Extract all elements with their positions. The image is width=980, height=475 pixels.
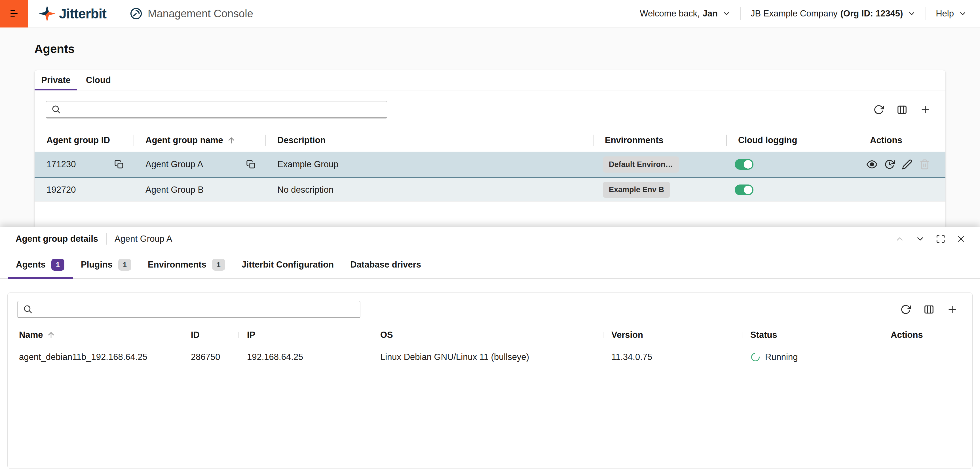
menu-button[interactable] bbox=[0, 0, 29, 27]
cell-cloud-logging bbox=[726, 152, 858, 177]
tab-agents-badge: 1 bbox=[51, 259, 64, 271]
col-id[interactable]: ID bbox=[182, 326, 239, 344]
cell-agent-ip: 192.168.64.25 bbox=[239, 344, 372, 370]
tab-private[interactable]: Private bbox=[35, 70, 77, 90]
cell-id: 171230 bbox=[35, 152, 134, 177]
brand: Jitterbit bbox=[38, 5, 107, 23]
welcome-text: Welcome back, bbox=[640, 8, 700, 19]
page-title: Agents bbox=[34, 42, 980, 56]
gauge-icon bbox=[130, 7, 143, 20]
col-os[interactable]: OS bbox=[372, 326, 603, 344]
search-input[interactable] bbox=[37, 302, 355, 317]
jitterbit-logo-icon bbox=[38, 5, 56, 23]
help-label: Help bbox=[936, 8, 954, 19]
close-button[interactable] bbox=[956, 234, 966, 244]
delete-button[interactable] bbox=[919, 159, 930, 170]
cell-description: No description bbox=[266, 178, 593, 201]
search-input[interactable] bbox=[65, 102, 382, 117]
col-agent-group-name-label: Agent group name bbox=[145, 135, 223, 145]
user-name: Jan bbox=[703, 8, 718, 19]
col-cloud-logging[interactable]: Cloud logging bbox=[726, 129, 858, 152]
environment-chip[interactable]: Example Env B bbox=[603, 182, 670, 198]
plus-icon bbox=[920, 104, 931, 115]
add-agent-button[interactable] bbox=[947, 304, 958, 315]
cell-environments: Default Environ… bbox=[593, 152, 726, 177]
copy-id-button[interactable] bbox=[114, 160, 124, 169]
columns-icon bbox=[924, 304, 934, 315]
pencil-icon bbox=[902, 159, 913, 170]
console-name: Management Console bbox=[148, 8, 253, 20]
tab-plugins[interactable]: Plugins 1 bbox=[73, 251, 140, 278]
user-menu[interactable]: Welcome back, Jan bbox=[640, 8, 731, 19]
col-description[interactable]: Description bbox=[266, 129, 593, 152]
previous-row-button[interactable] bbox=[895, 234, 905, 244]
fullscreen-button[interactable] bbox=[936, 234, 945, 244]
tab-environments[interactable]: Environments 1 bbox=[140, 251, 234, 278]
col-agent-group-name[interactable]: Agent group name bbox=[134, 129, 266, 152]
tab-cloud[interactable]: Cloud bbox=[77, 70, 120, 90]
col-ip[interactable]: IP bbox=[239, 326, 372, 344]
table-tools bbox=[900, 304, 958, 315]
refresh-button[interactable] bbox=[900, 304, 911, 315]
tab-environments-badge: 1 bbox=[212, 259, 225, 271]
col-agent-group-id[interactable]: Agent group ID bbox=[35, 129, 134, 152]
details-panel-controls bbox=[895, 234, 980, 244]
cloud-logging-toggle[interactable] bbox=[735, 184, 753, 195]
col-status[interactable]: Status bbox=[742, 326, 882, 344]
table-row-agent-group-b[interactable]: 192720 Agent Group B No description Exam… bbox=[35, 178, 945, 202]
cell-name: Agent Group B bbox=[134, 178, 266, 201]
cell-description: Example Group bbox=[266, 152, 593, 177]
table-row-agent-group-a[interactable]: 171230 Agent Group A Example Group Defau… bbox=[35, 152, 945, 178]
status-label: Running bbox=[765, 352, 798, 362]
header-divider bbox=[926, 7, 926, 20]
tab-plugins-label: Plugins bbox=[81, 260, 113, 270]
col-environments[interactable]: Environments bbox=[593, 129, 726, 152]
running-spinner-icon bbox=[750, 352, 760, 362]
col-actions: Actions bbox=[858, 129, 946, 152]
header-divider bbox=[740, 7, 741, 20]
tab-agents[interactable]: Agents 1 bbox=[8, 251, 73, 278]
view-button[interactable] bbox=[867, 159, 877, 170]
columns-icon bbox=[897, 104, 907, 115]
details-panel-header: Agent group details Agent Group A bbox=[0, 227, 980, 251]
edit-button[interactable] bbox=[902, 159, 913, 170]
chevron-down-icon bbox=[722, 10, 731, 18]
trash-icon bbox=[919, 159, 930, 170]
tab-database-drivers[interactable]: Database drivers bbox=[342, 251, 430, 278]
help-menu[interactable]: Help bbox=[936, 8, 967, 19]
app-header: Jitterbit Management Console Welcome bac… bbox=[0, 0, 980, 27]
tab-agents-label: Agents bbox=[16, 260, 46, 270]
table-row-agent[interactable]: agent_debian11b_192.168.64.25 286750 192… bbox=[8, 344, 972, 370]
cloud-logging-toggle[interactable] bbox=[735, 159, 753, 170]
cell-agent-name: agent_debian11b_192.168.64.25 bbox=[8, 344, 182, 370]
tab-plugins-badge: 1 bbox=[118, 259, 131, 271]
maximize-icon bbox=[936, 234, 945, 244]
copy-icon bbox=[114, 160, 124, 169]
col-version[interactable]: Version bbox=[603, 326, 742, 344]
chevron-up-icon bbox=[895, 234, 905, 244]
col-name[interactable]: Name bbox=[8, 326, 182, 344]
agents-tabbar: Private Cloud bbox=[35, 70, 945, 91]
close-icon bbox=[956, 234, 966, 244]
refresh-icon bbox=[900, 304, 911, 315]
add-agent-group-button[interactable] bbox=[920, 104, 931, 115]
agent-groups-toolbar bbox=[35, 91, 945, 129]
agents-header-row: Name ID IP OS Version Status Actions bbox=[8, 326, 972, 344]
refresh-button[interactable] bbox=[873, 104, 884, 115]
org-menu[interactable]: JB Example Company (Org ID: 12345) bbox=[751, 8, 916, 19]
tab-jitterbit-configuration[interactable]: Jitterbit Configuration bbox=[234, 251, 342, 278]
copy-name-button[interactable] bbox=[246, 160, 256, 169]
refresh-icon bbox=[873, 104, 884, 115]
upgrade-history-button[interactable] bbox=[884, 159, 895, 170]
cell-environments: Example Env B bbox=[593, 178, 726, 201]
agent-groups-header-row: Agent group ID Agent group name Descript… bbox=[35, 129, 945, 152]
columns-button[interactable] bbox=[924, 304, 934, 315]
next-row-button[interactable] bbox=[915, 234, 925, 244]
search-icon bbox=[51, 105, 61, 114]
columns-button[interactable] bbox=[897, 104, 907, 115]
environment-chip[interactable]: Default Environ… bbox=[603, 156, 679, 173]
details-panel-title: Agent group details bbox=[16, 234, 98, 244]
table-tools bbox=[873, 104, 931, 115]
agent-groups-card: Private Cloud Agent group ID Agent group… bbox=[34, 70, 946, 229]
agent-group-details-panel: Agent group details Agent Group A Agents… bbox=[0, 227, 980, 475]
